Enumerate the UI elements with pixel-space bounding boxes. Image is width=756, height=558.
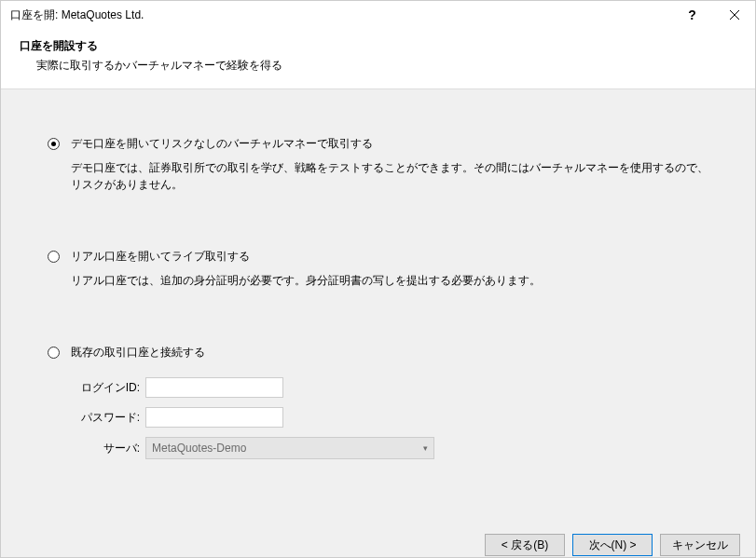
header-title: 口座を開設する <box>20 38 736 54</box>
titlebar: 口座を開: MetaQuotes Ltd. ? <box>1 1 755 29</box>
server-select[interactable]: MetaQuotes-Demo ▾ <box>145 437 434 459</box>
option-existing-label: 既存の取引口座と接続する <box>71 345 708 361</box>
password-label: パスワード: <box>71 410 145 426</box>
back-button[interactable]: < 戻る(B) <box>485 534 565 556</box>
titlebar-controls: ? <box>671 1 755 29</box>
radio-demo[interactable] <box>48 138 60 150</box>
chevron-down-icon: ▾ <box>423 443 428 453</box>
cancel-button[interactable]: キャンセル <box>660 534 740 556</box>
radio-existing[interactable] <box>48 347 60 359</box>
radio-real[interactable] <box>48 251 60 263</box>
help-icon[interactable]: ? <box>671 1 713 29</box>
wizard-header: 口座を開設する 実際に取引するかバーチャルマネーで経験を得る <box>1 29 755 88</box>
option-demo-label: デモ口座を開いてリスクなしのバーチャルマネーで取引する <box>71 136 708 152</box>
wizard-footer: < 戻る(B) 次へ(N) > キャンセル <box>1 522 755 558</box>
password-input[interactable] <box>145 407 283 428</box>
window-title: 口座を開: MetaQuotes Ltd. <box>10 7 144 23</box>
header-subtitle: 実際に取引するかバーチャルマネーで経験を得る <box>20 58 736 74</box>
option-real-label: リアル口座を開いてライブ取引する <box>71 249 708 265</box>
option-demo-desc: デモ口座では、証券取引所での取引を学び、戦略をテストすることができます。その間に… <box>71 159 708 193</box>
next-button[interactable]: 次へ(N) > <box>572 534 653 556</box>
option-real-desc: リアル口座では、追加の身分証明が必要です。身分証明書の写しを提出する必要がありま… <box>71 272 708 289</box>
login-input[interactable] <box>145 377 283 398</box>
server-label: サーバ: <box>71 441 145 456</box>
option-real[interactable]: リアル口座を開いてライブ取引する リアル口座では、追加の身分証明が必要です。身分… <box>48 249 708 289</box>
login-label: ログインID: <box>71 380 145 396</box>
option-existing[interactable]: 既存の取引口座と接続する ログインID: パスワード: サーバ: MetaQuo… <box>48 345 708 469</box>
wizard-body: デモ口座を開いてリスクなしのバーチャルマネーで取引する デモ口座では、証券取引所… <box>1 88 755 522</box>
existing-form: ログインID: パスワード: サーバ: MetaQuotes-Demo ▾ <box>71 377 708 459</box>
server-value: MetaQuotes-Demo <box>152 442 246 455</box>
option-demo[interactable]: デモ口座を開いてリスクなしのバーチャルマネーで取引する デモ口座では、証券取引所… <box>48 136 708 193</box>
close-icon[interactable] <box>713 1 755 29</box>
